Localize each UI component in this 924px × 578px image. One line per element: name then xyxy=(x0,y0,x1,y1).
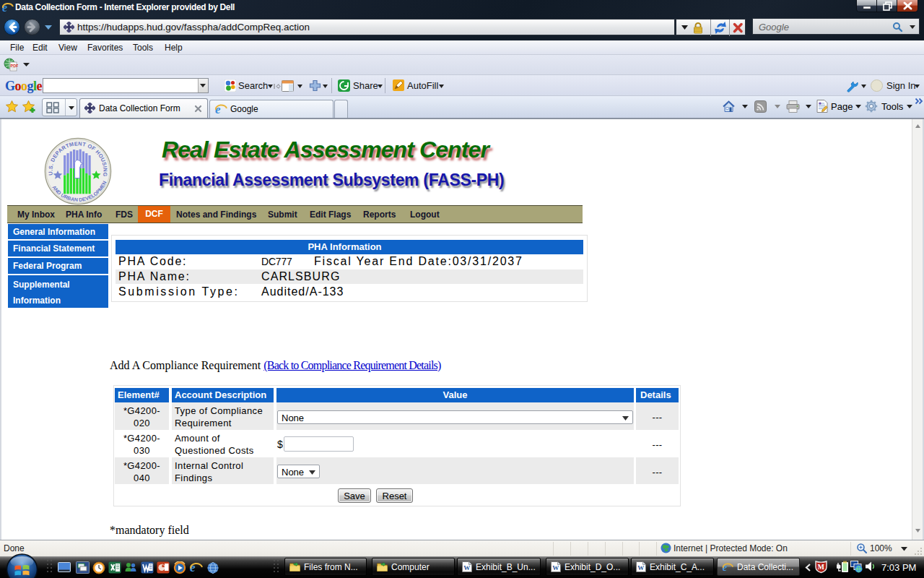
svg-text:PDF: PDF xyxy=(11,64,18,68)
svg-text:W: W xyxy=(552,564,559,571)
svg-text:W: W xyxy=(463,564,470,571)
svg-text:W: W xyxy=(637,564,644,571)
svg-text:M: M xyxy=(818,563,825,571)
